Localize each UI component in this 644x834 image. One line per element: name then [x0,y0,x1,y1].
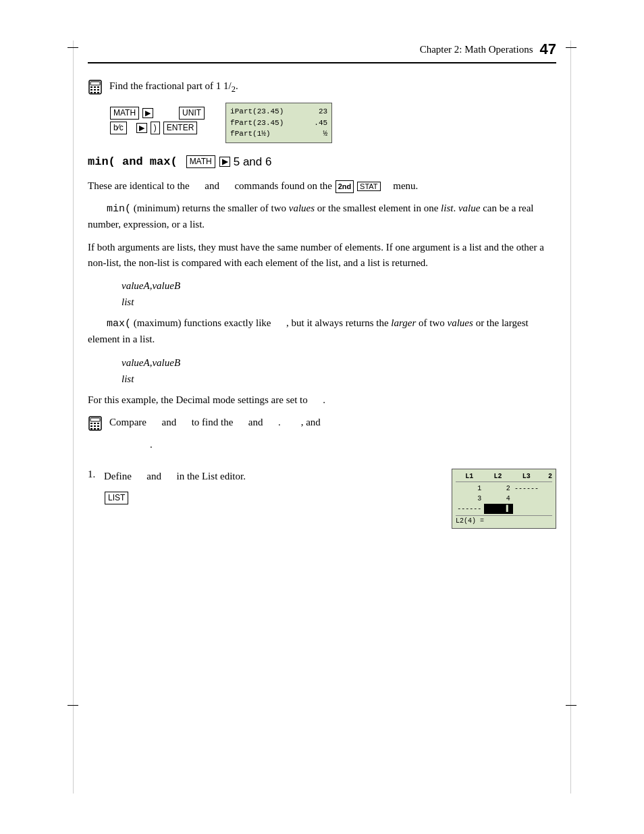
cell-3-2-cursor: ▌ [484,504,512,514]
svg-rect-7 [97,89,99,90]
compare-example-row: Compare and to find the and . , and . [88,415,556,460]
step1-key-wrap: LIST [104,492,438,504]
para3-lists: If both arguments are lists, they must h… [88,240,556,271]
cell-3-3 [513,504,541,514]
syntax1-line1: valueA,valueB [122,278,556,294]
para4-max: max( (maximum) functions exactly like , … [88,315,556,348]
syntax-block-2: valueA,valueB list [122,355,556,387]
svg-rect-15 [97,423,99,424]
para2-min: min( (minimum) returns the smaller of tw… [88,201,556,233]
svg-rect-12 [90,418,100,421]
step1-num: 1. [88,469,104,480]
col-l2: L2 [484,471,511,481]
compare-line: Compare and to find the and . , and [109,415,556,430]
key-unit: UNIT [179,107,205,120]
cell-1-4 [541,484,552,494]
example1-row: Find the fractional part of 1 1/2. MATH … [88,78,556,143]
syntax1-line2: list [122,294,556,310]
syntax2-line1: valueA,valueB [122,355,556,371]
key-enter: ENTER [163,122,198,134]
step1-screen: L1 L2 L3 2 1 2 ------ 3 [452,469,556,529]
svg-rect-6 [94,89,96,90]
svg-rect-2 [90,86,92,88]
cell-1-3: ------ [513,484,541,494]
margin-line-right [570,41,571,793]
step1-desc: Define and in the List editor. [104,469,438,484]
screen-row-1: iPart(23.45) 23 [230,106,327,118]
compare-line2: . [109,437,556,452]
cell-1-1: 1 [456,484,484,494]
keystroke-line-1: MATH ▶ UNIT [109,107,205,120]
screen-label-2: fPart(23.45) [230,118,284,129]
cell-2-1: 3 [456,494,484,504]
margin-tick-br [566,705,576,706]
key-paren: ) [151,122,160,134]
syntax-block-1: valueA,valueB list [122,278,556,310]
svg-rect-18 [97,425,99,427]
svg-rect-21 [97,428,99,429]
mini-header: L1 L2 L3 2 [456,471,552,482]
cell-3-4 [541,504,552,514]
key-arrow-right2: ▶ [136,123,147,133]
cell-2-3 [513,494,541,504]
key-2nd: 2nd [336,180,354,193]
col-l1: L1 [456,471,483,481]
screen-row-3: fPart(1½) ½ [230,128,327,140]
svg-rect-19 [90,428,92,429]
chapter-title: Chapter 2: Math Operations [420,44,533,55]
example1-screen: iPart(23.45) 23 fPart(23.45) .45 fPart(1… [225,103,332,143]
example1-description: Find the fractional part of 1 1/2. [109,78,556,96]
svg-rect-20 [94,428,96,429]
mini-row-3: ------ ▌ [456,504,552,514]
svg-rect-17 [94,425,96,427]
screen-row-2: fPart(23.45) .45 [230,118,327,129]
margin-tick-tr [566,47,576,48]
svg-rect-13 [90,423,92,424]
example1-content: Find the fractional part of 1 1/2. MATH … [109,78,556,143]
step-list: 1. Define and in the List editor. LIST [88,469,556,529]
svg-rect-16 [90,425,92,427]
svg-rect-3 [94,86,96,88]
margin-tick-tl [68,47,78,48]
key-math-heading: MATH [186,155,215,168]
heading-5and6: 5 and 6 [234,155,272,169]
mini-row-1: 1 2 ------ [456,484,552,494]
key-list: LIST [105,492,128,504]
cell-3-1: ------ [456,504,484,514]
mini-footer: L2(4) = [456,515,552,526]
page-number: 47 [540,41,556,58]
svg-rect-4 [97,86,99,88]
cell-2-2: 4 [484,494,512,504]
screen-value-2: .45 [314,118,327,129]
key-arrow-right: ▶ [142,108,153,118]
para1: These are identical to the and commands … [88,178,556,194]
max-label: max( [107,318,131,330]
cell-1-2: 2 [484,484,512,494]
margin-tick-bl [68,705,78,706]
screen-value-3: ½ [323,128,328,140]
key-math: MATH [110,107,139,120]
page-content: Chapter 2: Math Operations 47 Find the f… [88,41,556,534]
step1-content: Define and in the List editor. LIST L1 L… [104,469,556,529]
svg-rect-5 [90,89,92,90]
compare-content: Compare and to find the and . , and . [109,415,556,460]
mini-row-2: 3 4 [456,494,552,504]
syntax2-line2: list [122,371,556,387]
svg-rect-9 [94,92,96,93]
margin-line-left [73,41,74,793]
min-label: min( [107,203,131,215]
keystroke-line-2: b⁄c ▶ ) ENTER [109,122,205,134]
svg-rect-10 [97,92,99,93]
cell-2-4 [541,494,552,504]
step1-inline: Define and in the List editor. LIST L1 L… [104,469,556,529]
key-arrow-heading: ▶ [219,157,230,167]
svg-rect-14 [94,423,96,424]
calculator-icon [88,80,103,95]
col-l3: L3 [513,471,540,481]
section-heading-minmax: min( and max( MATH ▶ 5 and 6 [88,155,556,169]
screen-label-1: iPart(23.45) [230,106,284,118]
page-header: Chapter 2: Math Operations 47 [88,41,556,63]
example1-keystrokes: MATH ▶ UNIT b⁄c ▶ ) ENTER [109,107,205,134]
col-2: 2 [541,471,552,481]
screen-label-3: fPart(1½) [230,128,270,140]
